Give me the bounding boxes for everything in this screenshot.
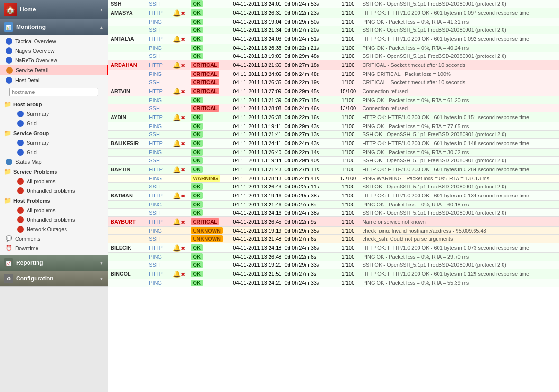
- sidebar-item-sp-all[interactable]: All problems: [11, 177, 108, 186]
- sidebar-header-monitoring[interactable]: 📊 Monitoring ▲: [0, 19, 108, 35]
- service-cell[interactable]: SSH: [147, 157, 168, 165]
- sidebar-folder-service-group[interactable]: 📁 Service Group: [0, 128, 108, 138]
- sidebar-item-nareto-overview[interactable]: NaReTo Overview: [0, 56, 108, 65]
- bell-icon: 🔔: [173, 35, 181, 43]
- bell-cell: 🔔✖: [169, 139, 189, 149]
- service-cell[interactable]: HTTP: [147, 191, 168, 201]
- state-badge: OK: [191, 97, 203, 103]
- service-cell[interactable]: PING: [147, 18, 168, 26]
- service-cell[interactable]: HTTP: [147, 60, 168, 70]
- sidebar-item-tactical-overview[interactable]: Tactical Overview: [0, 37, 108, 46]
- service-cell[interactable]: HTTP: [147, 112, 168, 122]
- sidebar-nav-service-problems: All problems Unhandled problems: [0, 177, 108, 196]
- service-cell[interactable]: SSH: [147, 261, 168, 269]
- sidebar-folder-host-problems[interactable]: 📁 Host Problems: [0, 196, 108, 205]
- service-cell[interactable]: SSH: [147, 78, 168, 86]
- service-cell[interactable]: PING: [147, 201, 168, 209]
- sidebar-item-hp-all[interactable]: All problems: [11, 205, 108, 215]
- service-cell[interactable]: HTTP: [147, 8, 168, 18]
- reporting-icon: 📈: [4, 258, 13, 268]
- state-badge: OK: [191, 131, 203, 138]
- sidebar-item-hp-unhandled[interactable]: Unhandled problems: [11, 215, 108, 224]
- state-badge: OK: [191, 244, 203, 251]
- service-cell[interactable]: HTTP: [147, 217, 168, 227]
- table-row: ARDAHAN HTTP 🔔✖ CRITICAL 04-11-2011 13:2…: [108, 60, 559, 70]
- comments-icon: 💬: [6, 235, 12, 242]
- service-cell[interactable]: SSH: [147, 209, 168, 217]
- service-cell[interactable]: SSH: [147, 235, 168, 243]
- sidebar-item-service-group-grid[interactable]: Grid: [11, 148, 108, 157]
- sidebar-header-reporting[interactable]: 📈 Reporting ▼: [0, 255, 108, 271]
- service-cell[interactable]: SSH: [147, 131, 168, 139]
- service-table: SSH SSH OK 04-11-2011 13:24:01 0d 0h 24m…: [108, 0, 559, 287]
- sidebar-item-comments[interactable]: 💬 Comments: [0, 234, 108, 243]
- state-cell: OK: [188, 201, 231, 209]
- sidebar-item-service-detail[interactable]: Service Detail: [0, 65, 108, 75]
- sidebar-item-nagvis-overview[interactable]: Nagvis Overview: [0, 46, 108, 56]
- info-cell: SSH OK - OpenSSH_5.1p1 FreeBSD-20080901 …: [360, 0, 559, 8]
- service-cell[interactable]: PING: [147, 122, 168, 131]
- sidebar-folder-service-problems[interactable]: 📁 Service Problems: [0, 167, 108, 177]
- info-cell: PING OK - Packet loss = 0%, RTA = 29.70 …: [360, 253, 559, 261]
- service-cell[interactable]: SSH: [147, 183, 168, 191]
- sidebar-folder-host-group[interactable]: 📁 Host Group: [0, 99, 108, 109]
- state-badge: OK: [191, 36, 203, 42]
- service-cell[interactable]: PING: [147, 175, 168, 183]
- info-cell: HTTP OK: HTTP/1.0 200 OK - 601 bytes in …: [360, 139, 559, 149]
- service-cell[interactable]: SSH: [147, 52, 168, 60]
- hostname-input[interactable]: [9, 88, 98, 96]
- state-cell: OK: [188, 34, 231, 44]
- sidebar-item-host-group-summary[interactable]: Summary: [11, 109, 108, 119]
- hp-unhandled-label: Unhandled problems: [27, 217, 75, 223]
- time-cell: 04-11-2011 13:26:33 0d 0h 22m 21s: [231, 44, 336, 52]
- state-badge: OK: [191, 0, 203, 7]
- sidebar-header-configuration[interactable]: ⚙ Configuration ▼: [0, 271, 108, 286]
- state-badge: OK: [191, 45, 203, 51]
- mute-icon: ✖: [181, 63, 185, 68]
- host-cell: SSH: [108, 0, 147, 8]
- attempts-cell: 1/100: [336, 122, 360, 131]
- bell-cell: [169, 70, 189, 78]
- mute-icon: ✖: [181, 37, 185, 42]
- service-cell[interactable]: PING: [147, 279, 168, 287]
- time-cell: 04-11-2011 13:26:43 0d 0h 22m 11s: [231, 183, 336, 191]
- service-cell[interactable]: SSH: [147, 0, 168, 8]
- service-cell[interactable]: PING: [147, 70, 168, 78]
- table-row: SSH OK 04-11-2011 13:26:43 0d 0h 22m 11s…: [108, 183, 559, 191]
- service-cell[interactable]: PING: [147, 253, 168, 261]
- mute-icon: ✖: [181, 10, 185, 16]
- bell-cell: [169, 0, 189, 8]
- attempts-cell: 1/100: [336, 243, 360, 253]
- attempts-cell: 1/100: [336, 157, 360, 165]
- host-group-grid-icon: [17, 120, 24, 127]
- service-cell[interactable]: HTTP: [147, 34, 168, 44]
- sidebar-item-status-map[interactable]: Status Map: [0, 157, 108, 167]
- sidebar-item-host-group-grid[interactable]: Grid: [11, 119, 108, 128]
- sidebar-item-downtime[interactable]: ⏰ Downtime: [0, 243, 108, 253]
- sidebar-item-sp-unhandled[interactable]: Unhandled problems: [11, 186, 108, 196]
- service-cell[interactable]: HTTP: [147, 165, 168, 175]
- state-cell: CRITICAL: [188, 70, 231, 78]
- state-cell: OK: [188, 269, 231, 279]
- sidebar-monitoring-nav: Tactical Overview Nagvis Overview NaReTo…: [0, 35, 108, 255]
- service-cell[interactable]: PING: [147, 149, 168, 157]
- service-cell[interactable]: PING: [147, 96, 168, 104]
- sidebar-item-service-group-summary[interactable]: Summary: [11, 138, 108, 148]
- sidebar-item-host-detail[interactable]: Host Detail: [0, 75, 108, 85]
- service-cell[interactable]: HTTP: [147, 243, 168, 253]
- bell-cell: [169, 149, 189, 157]
- time-cell: 04-11-2011 13:26:48 0d 0h 22m 6s: [231, 253, 336, 261]
- service-cell[interactable]: HTTP: [147, 86, 168, 96]
- service-cell[interactable]: PING: [147, 227, 168, 235]
- service-cell[interactable]: SSH: [147, 26, 168, 34]
- table-row: SSH OK 04-11-2011 13:19:21 0d 0h 29m 33s…: [108, 261, 559, 269]
- sidebar-header-home[interactable]: 🏠 Home ▼: [0, 0, 108, 19]
- table-row: PING CRITICAL 04-11-2011 13:24:06 0d 0h …: [108, 70, 559, 78]
- service-cell[interactable]: HTTP: [147, 139, 168, 149]
- service-cell[interactable]: HTTP: [147, 269, 168, 279]
- sidebar-item-network-outages[interactable]: Network Outages: [11, 224, 108, 234]
- attempts-cell: 1/100: [336, 191, 360, 201]
- time-cell: 04-11-2011 13:24:01 0d 0h 24m 53s: [231, 0, 336, 8]
- service-cell[interactable]: SSH: [147, 104, 168, 112]
- service-cell[interactable]: PING: [147, 44, 168, 52]
